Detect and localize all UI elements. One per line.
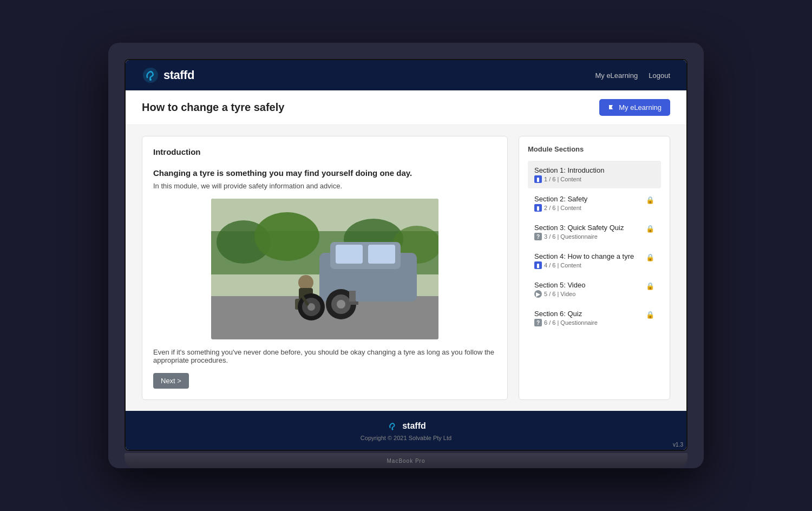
my-elearning-button[interactable]: My eLearning [599,99,670,116]
section-name: Section 2: Safety [534,195,641,203]
header-nav: My eLearning Logout [595,71,670,80]
main-content: Introduction Changing a tyre is somethin… [126,125,686,411]
svg-rect-12 [368,245,395,264]
page-title-bar: How to change a tyre safely My eLearning [126,90,686,125]
section-meta: ? 6 / 6 | Questionnaire [534,319,641,326]
content-section-header: Introduction [153,147,496,161]
version-text: v1.3 [673,442,683,448]
quiz-icon: ? [534,319,542,326]
my-elearning-nav-link[interactable]: My eLearning [595,71,638,80]
section-meta: ▮ 2 / 6 | Content [534,204,641,212]
module-section-item[interactable]: Section 6: Quiz ? 6 / 6 | Questionnaire … [528,304,661,332]
svg-point-1 [149,78,152,81]
content-panel: Introduction Changing a tyre is somethin… [142,136,508,400]
lock-icon: 🔒 [646,311,654,319]
module-section-item[interactable]: Section 2: Safety ▮ 2 / 6 | Content 🔒 [528,189,661,217]
lock-icon: 🔒 [646,253,654,261]
section-meta: ▶ 5 / 6 | Video [534,290,641,298]
svg-point-25 [392,429,394,430]
section-meta: ▮ 4 / 6 | Content [534,261,641,269]
lock-icon: 🔒 [646,196,654,204]
app-name: staffd [163,68,194,82]
page-title: How to change a tyre safely [142,101,284,114]
doc-icon: ▮ [534,204,542,212]
svg-point-5 [254,212,319,261]
section-info: Section 5: Video ▶ 5 / 6 | Video [534,281,641,298]
module-section-item[interactable]: Section 1: Introduction ▮ 1 / 6 | Conten… [528,161,661,188]
lock-icon: 🔒 [646,282,654,290]
logo-area: staffd [142,67,194,84]
sidebar-title: Module Sections [528,145,661,153]
next-button[interactable]: Next > [153,373,189,389]
section-name: Section 6: Quiz [534,310,641,318]
doc-icon: ▮ [534,261,542,269]
section-info: Section 1: Introduction ▮ 1 / 6 | Conten… [534,166,654,183]
intro-heading: Changing a tyre is something you may fin… [153,168,496,178]
module-section-item[interactable]: Section 3: Quick Safety Quiz ? 3 / 6 | Q… [528,218,661,246]
section-info: Section 3: Quick Safety Quiz ? 3 / 6 | Q… [534,224,641,240]
flag-icon [608,104,615,112]
footer-logo-icon [386,420,399,433]
staffd-logo-icon [142,67,159,84]
svg-point-15 [337,300,345,309]
section-name: Section 5: Video [534,281,641,289]
section-info: Section 6: Quiz ? 6 / 6 | Questionnaire [534,310,641,326]
laptop-model-text: MacBook Pro [387,458,425,464]
section-name: Section 1: Introduction [534,166,654,174]
svg-rect-8 [211,296,438,339]
doc-icon: ▮ [534,175,542,183]
app-header: staffd My eLearning Logout [126,60,686,90]
section-meta: ▮ 1 / 6 | Content [534,175,654,183]
tyre-image [211,199,438,339]
module-section-item[interactable]: Section 4: How to change a tyre ▮ 4 / 6 … [528,247,661,274]
section-info: Section 4: How to change a tyre ▮ 4 / 6 … [534,252,641,269]
footer-copyright: Copyright © 2021 Solvable Pty Ltd [134,435,678,441]
svg-rect-11 [336,245,363,264]
footer-brand: staffd [402,421,426,431]
svg-rect-17 [346,302,358,305]
app-footer: staffd Copyright © 2021 Solvable Pty Ltd… [126,411,686,450]
section-name: Section 4: How to change a tyre [534,252,641,260]
module-sections-sidebar: Module Sections Section 1: Introduction … [519,136,670,400]
intro-subtext: In this module, we will provide safety i… [153,182,496,190]
svg-point-18 [298,275,313,290]
bottom-text: Even if it's something you've never done… [153,348,496,364]
logout-nav-link[interactable]: Logout [649,71,670,80]
footer-logo: staffd [134,420,678,433]
section-meta: ? 3 / 6 | Questionnaire [534,233,641,240]
module-section-item[interactable]: Section 5: Video ▶ 5 / 6 | Video 🔒 [528,276,661,303]
section-name: Section 3: Quick Safety Quiz [534,224,641,232]
sections-list: Section 1: Introduction ▮ 1 / 6 | Conten… [528,161,661,332]
quiz-icon: ? [534,233,542,240]
section-info: Section 2: Safety ▮ 2 / 6 | Content [534,195,641,212]
lock-icon: 🔒 [646,225,654,233]
video-icon: ▶ [534,290,542,298]
